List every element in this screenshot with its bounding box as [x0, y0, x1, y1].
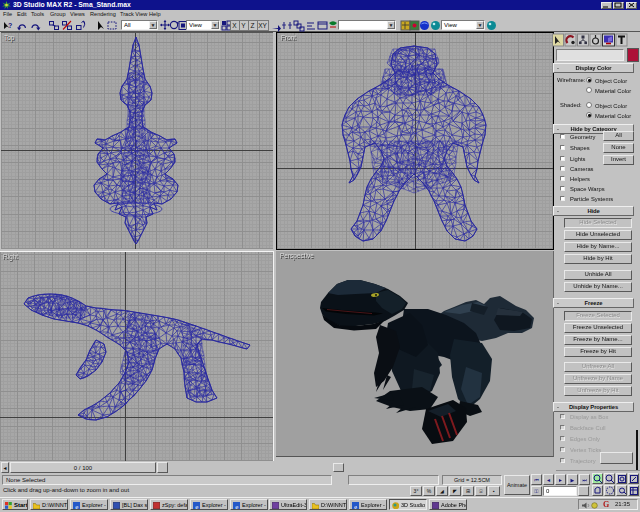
svg-text:Y: Y [241, 22, 246, 29]
svg-text:e: e [354, 503, 357, 510]
svg-text:Z: Z [251, 22, 255, 29]
svg-text:X: X [232, 22, 237, 29]
svg-text:XY: XY [258, 22, 267, 29]
svg-text:e: e [195, 503, 198, 510]
svg-text:e: e [75, 503, 78, 510]
svg-text:e: e [235, 503, 238, 510]
svg-text:?: ? [8, 22, 12, 29]
